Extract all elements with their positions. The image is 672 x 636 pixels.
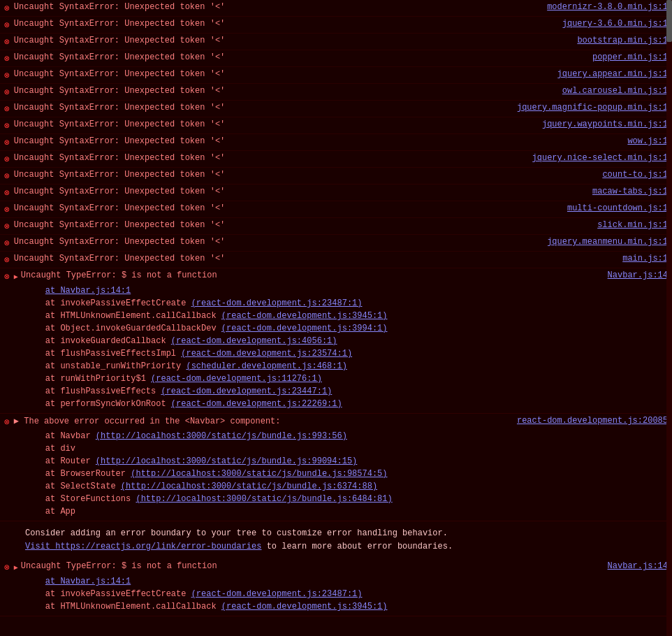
syntax-error-row: ⊗Uncaught SyntaxError: Unexpected token … (0, 134, 672, 151)
stack-line: at runWithPriority$1 (react-dom.developm… (0, 373, 672, 385)
syntax-error-message: Uncaught SyntaxError: Unexpected token '… (14, 254, 622, 263)
stack-link[interactable]: (react-dom.development.js:3945:1) (221, 311, 388, 321)
type-error-source-2[interactable]: Navbar.js:14 (608, 561, 668, 571)
syntax-error-message: Uncaught SyntaxError: Unexpected token '… (14, 52, 592, 62)
syntax-error-row: ⊗Uncaught SyntaxError: Unexpected token … (0, 218, 672, 235)
syntax-error-source[interactable]: jquery-3.6.0.min.js:1 (562, 19, 668, 29)
syntax-error-source[interactable]: multi-countdown.js:1 (567, 203, 668, 213)
expand-arrow-2: ▶ (14, 563, 18, 572)
stack-link[interactable]: (http://localhost:3000/static/js/bundle.… (96, 456, 357, 466)
syntax-error-source[interactable]: owl.carousel.min.js:1 (562, 86, 668, 96)
stack-link[interactable]: at Navbar.js:14:1 (45, 577, 131, 586)
syntax-error-row: ⊗Uncaught SyntaxError: Unexpected token … (0, 117, 672, 134)
syntax-error-row: ⊗Uncaught SyntaxError: Unexpected token … (0, 84, 672, 101)
syntax-error-source[interactable]: macaw-tabs.js:1 (592, 187, 668, 196)
syntax-error-message: Uncaught SyntaxError: Unexpected token '… (14, 237, 547, 247)
stack-trace-component: at Navbar (http://localhost:3000/static/… (0, 430, 672, 521)
error-icon: ⊗ (4, 238, 10, 249)
stack-link[interactable]: (react-dom.development.js:11276:1) (151, 374, 322, 384)
syntax-error-row: ⊗Uncaught SyntaxError: Unexpected token … (0, 151, 672, 168)
syntax-error-source[interactable]: count-to.js:1 (602, 170, 668, 180)
component-error-block: ⊗ ▶ The above error occurred in the <Nav… (0, 414, 672, 521)
type-error-block-2: ⊗ ▶ Uncaught TypeError: $ is not a funct… (0, 559, 672, 616)
stack-line: at App (0, 505, 672, 518)
stack-link[interactable]: (http://localhost:3000/static/js/bundle.… (131, 469, 387, 479)
error-icon: ⊗ (4, 204, 10, 215)
syntax-error-message: Uncaught SyntaxError: Unexpected token '… (14, 153, 532, 163)
syntax-error-source[interactable]: bootstrap.min.js:1 (577, 36, 668, 45)
error-icon: ⊗ (4, 254, 10, 266)
stack-trace-2: at Navbar.js:14:1 at invokePassiveEffect… (0, 575, 672, 616)
syntax-error-row: ⊗Uncaught SyntaxError: Unexpected token … (0, 235, 672, 252)
error-icon: ⊗ (4, 20, 10, 31)
syntax-error-source[interactable]: jquery.meanmenu.min.js:1 (547, 237, 668, 247)
stack-line: at unstable_runWithPriority (scheduler.d… (0, 360, 672, 373)
syntax-error-message: Uncaught SyntaxError: Unexpected token '… (14, 120, 542, 129)
syntax-error-source[interactable]: jquery.magnific-popup.min.js:1 (517, 103, 668, 113)
stack-link[interactable]: (react-dom.development.js:3945:1) (221, 602, 388, 612)
syntax-error-message: Uncaught SyntaxError: Unexpected token '… (14, 19, 562, 29)
syntax-error-source[interactable]: slick.min.js:1 (597, 220, 668, 230)
component-error-source[interactable]: react-dom.development.js:20085 (517, 416, 668, 426)
error-boundaries-link[interactable]: Visit https://reactjs.org/link/error-bou… (25, 542, 261, 551)
error-icon-1: ⊗ (4, 271, 10, 282)
error-icon: ⊗ (4, 53, 10, 64)
error-icon: ⊗ (4, 221, 10, 232)
syntax-error-source[interactable]: modernizr-3.8.0.min.js:1 (547, 2, 668, 12)
syntax-error-row: ⊗Uncaught SyntaxError: Unexpected token … (0, 34, 672, 50)
syntax-error-message: Uncaught SyntaxError: Unexpected token '… (14, 103, 517, 113)
syntax-error-source[interactable]: wow.js:1 (627, 136, 668, 146)
syntax-error-message: Uncaught SyntaxError: Unexpected token '… (14, 136, 628, 146)
stack-link[interactable]: (react-dom.development.js:23487:1) (191, 298, 363, 308)
scrollbar[interactable] (666, 0, 672, 636)
syntax-error-message: Uncaught SyntaxError: Unexpected token '… (14, 86, 562, 96)
stack-line: at invokePassiveEffectCreate (react-dom.… (0, 588, 672, 600)
stack-line: at BrowserRouter (http://localhost:3000/… (0, 468, 672, 480)
error-icon: ⊗ (4, 87, 10, 98)
error-icon: ⊗ (4, 70, 10, 81)
type-error-row-2[interactable]: ⊗ ▶ Uncaught TypeError: $ is not a funct… (0, 559, 672, 575)
syntax-error-row: ⊗Uncaught SyntaxError: Unexpected token … (0, 0, 672, 17)
syntax-error-message: Uncaught SyntaxError: Unexpected token '… (14, 220, 597, 230)
syntax-error-row: ⊗Uncaught SyntaxError: Unexpected token … (0, 101, 672, 117)
stack-link[interactable]: (scheduler.development.js:468:1) (186, 361, 346, 371)
syntax-error-source[interactable]: jquery.waypoints.min.js:1 (542, 120, 668, 129)
stack-link[interactable]: (react-dom.development.js:22269:1) (171, 399, 342, 409)
info-section: Consider adding an error boundary to you… (0, 521, 672, 559)
scrollbar-thumb[interactable] (666, 0, 672, 42)
stack-line: at SelectState (http://localhost:3000/st… (0, 480, 672, 493)
stack-line: at flushPassiveEffectsImpl (react-dom.de… (0, 347, 672, 360)
syntax-error-source[interactable]: popper.min.js:1 (592, 52, 668, 62)
stack-link[interactable]: (http://localhost:3000/static/js/bundle.… (136, 494, 392, 504)
stack-link[interactable]: (react-dom.development.js:4056:1) (171, 336, 337, 346)
error-icon: ⊗ (4, 154, 10, 165)
expand-arrow-1: ▶ (14, 273, 18, 281)
stack-line: at performSyncWorkOnRoot (react-dom.deve… (0, 398, 672, 410)
syntax-error-message: Uncaught SyntaxError: Unexpected token '… (14, 2, 547, 12)
component-error-message: ▶ The above error occurred in the <Navba… (14, 416, 517, 426)
type-error-block-1: ⊗ ▶ Uncaught TypeError: $ is not a funct… (0, 268, 672, 414)
stack-link[interactable]: at Navbar.js:14:1 (45, 286, 131, 296)
stack-link[interactable]: (react-dom.development.js:3994:1) (221, 324, 388, 333)
type-error-message-1: Uncaught TypeError: $ is not a function (21, 270, 608, 280)
syntax-error-source[interactable]: jquery.appear.min.js:1 (557, 69, 668, 79)
stack-line: at Navbar (http://localhost:3000/static/… (0, 430, 672, 442)
error-icon: ⊗ (4, 171, 10, 182)
syntax-error-source[interactable]: jquery.nice-select.min.js:1 (532, 153, 668, 163)
error-icon: ⊗ (4, 187, 10, 198)
error-icon: ⊗ (4, 36, 10, 48)
syntax-error-row: ⊗Uncaught SyntaxError: Unexpected token … (0, 201, 672, 218)
console-panel: ⊗Uncaught SyntaxError: Unexpected token … (0, 0, 672, 616)
type-error-row-1[interactable]: ⊗ ▶ Uncaught TypeError: $ is not a funct… (0, 268, 672, 284)
stack-link[interactable]: (http://localhost:3000/static/js/bundle.… (121, 482, 377, 491)
syntax-error-source[interactable]: main.js:1 (622, 254, 668, 263)
stack-link[interactable]: (react-dom.development.js:23487:1) (191, 589, 363, 599)
stack-link[interactable]: (react-dom.development.js:23447:1) (161, 386, 332, 396)
syntax-error-row: ⊗Uncaught SyntaxError: Unexpected token … (0, 185, 672, 201)
stack-line: at div (0, 442, 672, 455)
stack-link[interactable]: (react-dom.development.js:23574:1) (181, 349, 352, 359)
syntax-error-message: Uncaught SyntaxError: Unexpected token '… (14, 36, 578, 45)
stack-link[interactable]: (http://localhost:3000/static/js/bundle.… (96, 431, 347, 441)
component-error-row[interactable]: ⊗ ▶ The above error occurred in the <Nav… (0, 414, 672, 430)
type-error-source-1[interactable]: Navbar.js:14 (608, 270, 668, 280)
